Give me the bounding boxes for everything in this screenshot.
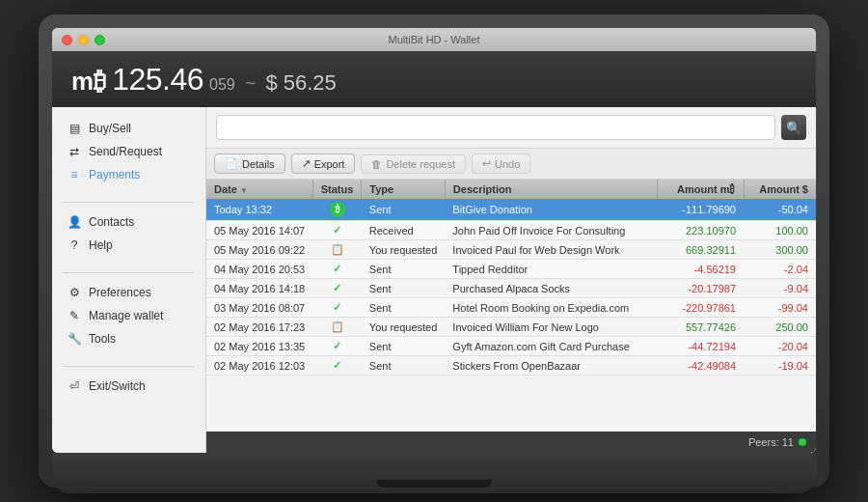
sidebar-label-preferences: Preferences	[89, 286, 151, 299]
cell-date: 05 May 2016 14:07	[206, 221, 312, 240]
content-area: 🔍 📄 Details ↗ Export	[206, 107, 816, 453]
cell-date: 04 May 2016 14:18	[206, 279, 312, 298]
table-row[interactable]: 02 May 2016 17:23 📋 You requested Invoic…	[206, 318, 816, 337]
delete-button[interactable]: 🗑 Delete request	[361, 154, 466, 174]
col-header-type[interactable]: Type	[362, 180, 446, 199]
col-header-amount-btc[interactable]: Amount m₿	[657, 180, 744, 199]
status-icon-doc: 📋	[331, 243, 344, 255]
cell-description: Invoiced Paul for Web Design Work	[445, 240, 657, 260]
sidebar-item-contacts[interactable]: 👤 Contacts	[56, 210, 202, 234]
col-header-date[interactable]: Date ▼	[206, 180, 312, 199]
table-row[interactable]: 02 May 2016 12:03 ✓ Sent Stickers From O…	[206, 356, 816, 376]
cell-status: 📋	[312, 240, 362, 260]
undo-button[interactable]: ↩ Undo	[472, 153, 530, 174]
cell-status: ✓	[312, 356, 362, 376]
status-icon-doc: 📋	[331, 321, 344, 332]
cell-amount-usd: 250.00	[744, 318, 816, 337]
sidebar-item-tools[interactable]: 🔧 Tools	[56, 327, 202, 350]
search-input[interactable]	[216, 115, 775, 140]
cell-status: 📋	[312, 318, 362, 337]
peers-label: Peers: 11	[748, 436, 794, 448]
search-toolbar: 🔍	[206, 107, 816, 149]
cell-date: 02 May 2016 12:03	[206, 356, 312, 376]
cell-amount-btc: 669.32911	[657, 240, 744, 260]
cell-amount-usd: 100.00	[744, 221, 816, 240]
cell-description: Stickers From OpenBazaar	[445, 356, 657, 376]
table-row[interactable]: 03 May 2016 08:07 ✓ Sent Hotel Room Book…	[206, 298, 816, 318]
table-row[interactable]: Today 13:32 ₿ Sent BitGive Donation -111…	[206, 199, 816, 221]
sidebar-item-buy-sell[interactable]: ▤ Buy/Sell	[56, 117, 202, 140]
maximize-button[interactable]	[95, 35, 105, 45]
cell-type: Sent	[362, 356, 446, 376]
status-icon-check: ✓	[333, 224, 341, 236]
sidebar-label-buy-sell: Buy/Sell	[89, 122, 131, 135]
search-button[interactable]: 🔍	[781, 115, 806, 140]
export-button[interactable]: ↗ Export	[291, 153, 356, 174]
cell-type: You requested	[362, 240, 446, 260]
table-row[interactable]: 04 May 2016 20:53 ✓ Sent Tipped Redditor…	[206, 260, 816, 279]
laptop-notch	[376, 480, 492, 488]
cell-date: 05 May 2016 09:22	[206, 240, 312, 260]
undo-icon: ↩	[482, 157, 491, 170]
table-row[interactable]: 02 May 2016 13:35 ✓ Sent Gyft Amazon.com…	[206, 337, 816, 356]
status-icon-check: ✓	[333, 282, 341, 293]
status-icon-check: ✓	[333, 340, 341, 351]
cell-date: 03 May 2016 08:07	[206, 298, 312, 318]
sidebar-item-exit[interactable]: ⏎ Exit/Switch	[56, 375, 202, 398]
transactions-table: Date ▼ Status Type Description Amount m₿…	[206, 180, 816, 376]
cell-amount-btc: 223.10970	[657, 221, 744, 240]
cell-type: Sent	[362, 199, 446, 221]
cell-status: ✓	[312, 279, 362, 298]
table-row[interactable]: 05 May 2016 09:22 📋 You requested Invoic…	[206, 240, 816, 260]
cell-date: 04 May 2016 20:53	[206, 260, 312, 279]
delete-icon: 🗑	[371, 158, 382, 170]
sidebar-item-manage-wallet[interactable]: ✎ Manage wallet	[56, 304, 202, 327]
title-bar: MultiBit HD - Wallet	[52, 28, 816, 51]
status-bar: Peers: 11	[206, 432, 816, 453]
laptop-base	[52, 453, 816, 493]
balance-usd: $ 56.25	[265, 70, 336, 96]
cell-amount-btc: -111.79690	[657, 199, 744, 221]
sidebar-label-manage-wallet: Manage wallet	[89, 309, 163, 322]
balance-milli: 059	[209, 76, 235, 94]
col-header-status[interactable]: Status	[312, 180, 362, 199]
transactions-table-container: Date ▼ Status Type Description Amount m₿…	[206, 180, 816, 432]
table-row[interactable]: 04 May 2016 14:18 ✓ Sent Purchased Alpac…	[206, 279, 816, 298]
cell-status: ✓	[312, 337, 362, 356]
cell-status: ✓	[312, 298, 362, 318]
col-header-amount-usd[interactable]: Amount $	[744, 180, 816, 199]
sidebar-item-preferences[interactable]: ⚙ Preferences	[56, 281, 202, 304]
sidebar-item-send-request[interactable]: ⇄ Send/Request	[56, 140, 202, 163]
cell-description: Invoiced William For New Logo	[445, 318, 657, 337]
window-title: MultiBit HD - Wallet	[389, 34, 480, 45]
sidebar-label-payments: Payments	[89, 168, 140, 181]
cell-amount-btc: -42.49084	[657, 356, 744, 376]
table-row[interactable]: 05 May 2016 14:07 ✓ Received John Paid O…	[206, 221, 816, 240]
cell-description: Hotel Room Booking on Expedia.com	[445, 298, 657, 318]
col-header-description[interactable]: Description	[445, 180, 657, 199]
cell-amount-btc: -44.72194	[657, 337, 744, 356]
cell-status: ₿	[312, 199, 362, 221]
cell-amount-usd: -50.04	[744, 199, 816, 221]
action-bar: 📄 Details ↗ Export 🗑 Delete request	[206, 149, 816, 180]
cell-type: Received	[362, 221, 446, 240]
status-icon-check: ✓	[333, 263, 341, 274]
minimize-button[interactable]	[78, 35, 89, 45]
cell-date: 02 May 2016 13:35	[206, 337, 312, 356]
sidebar-item-payments[interactable]: ≡ Payments	[56, 163, 202, 186]
cell-type: You requested	[362, 318, 446, 337]
tools-icon: 🔧	[68, 332, 81, 346]
close-button[interactable]	[62, 35, 72, 45]
cell-date: 02 May 2016 17:23	[206, 318, 312, 337]
sidebar-section-contacts: 👤 Contacts ? Help	[52, 210, 205, 257]
table-header-row: Date ▼ Status Type Description Amount m₿…	[206, 180, 816, 199]
peers-status-dot	[799, 438, 806, 446]
sidebar-item-help[interactable]: ? Help	[56, 234, 202, 257]
details-icon: 📄	[225, 157, 238, 170]
cell-amount-btc: -20.17987	[657, 279, 744, 298]
cell-status: ✓	[312, 221, 362, 240]
details-button[interactable]: 📄 Details	[214, 153, 285, 174]
exit-icon: ⏎	[68, 379, 81, 393]
sidebar-section-settings: ⚙ Preferences ✎ Manage wallet 🔧 Tools	[52, 281, 205, 350]
sidebar-divider-1	[64, 202, 194, 203]
